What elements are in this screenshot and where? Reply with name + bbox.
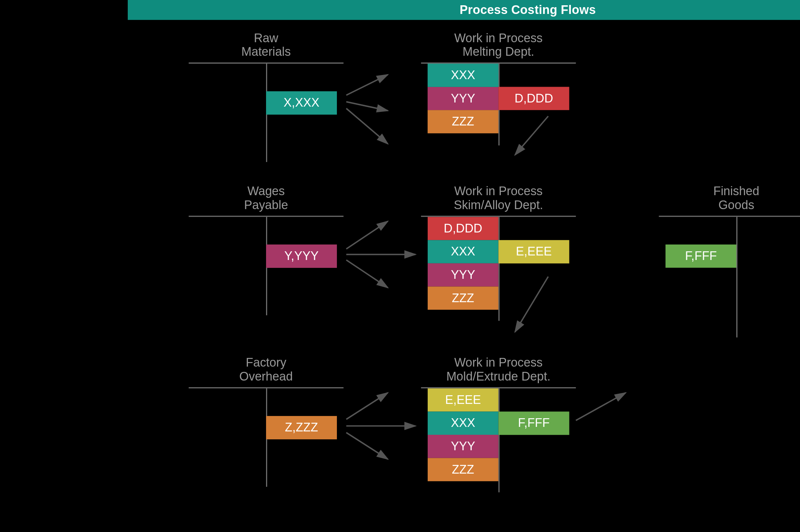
diagram-stage: Process Costing Flows Raw Materials X,XX… xyxy=(128,0,800,532)
wip-melting-title-1: Work in Process xyxy=(454,31,543,45)
tacct-wip-mold: Work in Process Mold/Extrude Dept. E,EEE… xyxy=(421,356,576,492)
tacct-wages-payable: Wages Payable Y,YYY xyxy=(188,184,343,315)
tacct-wip-skim: Work in Process Skim/Alloy Dept. D,DDD X… xyxy=(421,184,576,321)
wip-melting-dr-xxx: XXX xyxy=(427,63,498,87)
wip-melting-dr-yyy: YYY xyxy=(427,87,498,110)
fg-debit: F,FFF xyxy=(665,244,736,268)
arrow-mold-to-fg xyxy=(576,393,626,420)
wages-title-2: Payable xyxy=(244,198,288,212)
wages-title-1: Wages xyxy=(247,184,285,198)
raw-materials-title-1: Raw xyxy=(254,31,278,45)
tacct-raw-materials: Raw Materials X,XXX xyxy=(188,31,343,162)
fg-title-1: Finished xyxy=(713,184,759,198)
wip-mold-title-1: Work in Process xyxy=(454,356,543,370)
raw-materials-title-2: Materials xyxy=(241,45,291,59)
overhead-title-2: Overhead xyxy=(239,370,293,384)
wip-mold-dr-zzz: ZZZ xyxy=(427,458,498,481)
arrow-wp-to-melting xyxy=(346,221,387,249)
fg-title-2: Goods xyxy=(718,198,754,212)
wip-melting-cr: D,DDD xyxy=(498,87,569,110)
wip-mold-dr-xxx: XXX xyxy=(427,411,498,435)
arrow-rm-to-skim xyxy=(346,102,387,110)
wip-skim-dr-xxx: XXX xyxy=(427,240,498,263)
overhead-credit: Z,ZZZ xyxy=(266,416,337,439)
wip-mold-cr: F,FFF xyxy=(498,411,569,435)
wages-credit: Y,YYY xyxy=(266,244,337,268)
raw-materials-credit: X,XXX xyxy=(266,91,337,115)
wip-mold-dr-eeee: E,EEE xyxy=(427,388,498,411)
tacct-finished-goods: Finished Goods F,FFF xyxy=(659,184,800,337)
overhead-title-1: Factory xyxy=(246,356,286,370)
tacct-wip-melting: Work in Process Melting Dept. XXX YYY ZZ… xyxy=(421,31,576,145)
arrow-fo-to-melting xyxy=(346,393,387,419)
tacct-factory-overhead: Factory Overhead Z,ZZZ xyxy=(188,356,343,486)
wip-skim-dr-dddd: D,DDD xyxy=(427,217,498,240)
wip-mold-dr-yyy: YYY xyxy=(427,434,498,458)
wip-skim-cr: E,EEE xyxy=(498,240,569,263)
arrow-rm-to-melting xyxy=(346,75,387,95)
arrow-rm-to-mold xyxy=(346,109,387,144)
wip-skim-title-1: Work in Process xyxy=(454,184,543,198)
page-title: Process Costing Flows xyxy=(459,3,596,17)
arrow-wp-to-mold xyxy=(346,260,387,287)
wip-skim-title-2: Skim/Alloy Dept. xyxy=(454,198,543,212)
wip-melting-title-2: Melting Dept. xyxy=(462,45,534,59)
arrow-fo-to-mold xyxy=(346,433,387,459)
wip-melting-dr-zzz: ZZZ xyxy=(427,110,498,133)
title-banner: Process Costing Flows xyxy=(128,0,800,20)
wip-skim-dr-yyy: YYY xyxy=(427,263,498,286)
wip-skim-dr-zzz: ZZZ xyxy=(427,286,498,310)
wip-mold-title-2: Mold/Extrude Dept. xyxy=(446,370,550,384)
